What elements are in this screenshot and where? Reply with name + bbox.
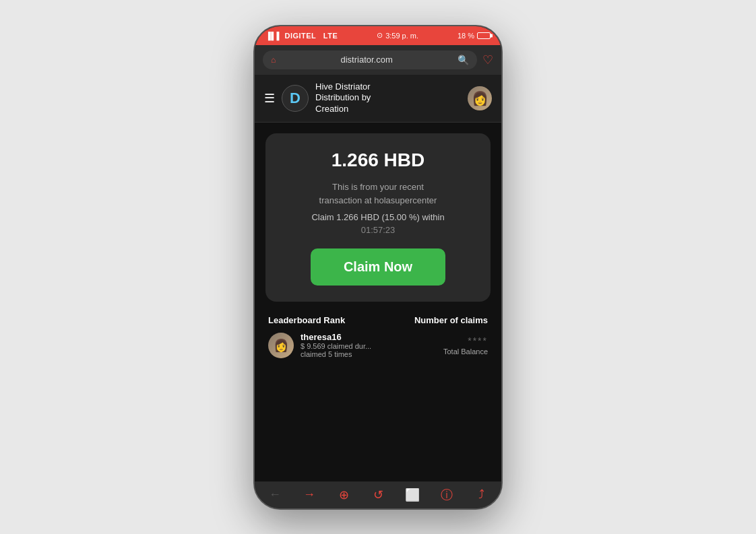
lb-claimed-times: claimed 5 times bbox=[301, 350, 437, 358]
url-text: distriator.com bbox=[280, 55, 453, 65]
leaderboard-header: Leaderboard Rank Number of claims bbox=[268, 315, 488, 325]
hbd-amount: 1.266 HBD bbox=[279, 149, 477, 171]
add-tab-button[interactable]: ⊕ bbox=[333, 488, 354, 502]
main-content: 1.266 HBD This is from your recent trans… bbox=[255, 123, 501, 481]
lb-username: theresa16 bbox=[301, 332, 437, 342]
info-button[interactable]: ⓘ bbox=[436, 487, 458, 503]
transaction-description: This is from your recent transaction at … bbox=[279, 180, 477, 207]
time-display: 3:59 p. m. bbox=[385, 32, 418, 40]
carrier-info: ▐▌▌ DIGITEL LTE bbox=[265, 32, 338, 40]
url-bar-container: ⌂ distriator.com 🔍 ♡ bbox=[255, 45, 501, 75]
browser-bottom-nav: ← → ⊕ ↺ ⬜ ⓘ ⤴ bbox=[255, 481, 501, 508]
lb-user-info: theresa16 $ 9.569 claimed dur... claimed… bbox=[301, 332, 437, 358]
number-of-claims-title: Number of claims bbox=[414, 315, 488, 325]
leaderboard-section: Leaderboard Rank Number of claims 👩 ther… bbox=[265, 315, 491, 358]
battery-percent: 18 % bbox=[458, 32, 474, 40]
app-title: Hive DistriatorDistribution byCreation bbox=[315, 81, 461, 116]
user-avatar[interactable]: 👩 bbox=[468, 86, 492, 110]
app-header: ☰ D Hive DistriatorDistribution byCreati… bbox=[255, 75, 501, 123]
clock-icon: ⊙ bbox=[377, 31, 383, 40]
phone-frame: ▐▌▌ DIGITEL LTE ⊙ 3:59 p. m. 18 % ⌂ dist… bbox=[253, 25, 503, 510]
lb-right-column: **** Total Balance bbox=[443, 335, 488, 356]
logo-letter: D bbox=[290, 90, 301, 107]
claim-detail-text: Claim 1.266 HBD (15.00 %) within bbox=[279, 212, 477, 222]
bookmark-icon[interactable]: ♡ bbox=[482, 53, 493, 67]
carrier-name: DIGITEL bbox=[284, 32, 316, 40]
leaderboard-row: 👩 theresa16 $ 9.569 claimed dur... claim… bbox=[268, 332, 488, 358]
url-bar[interactable]: ⌂ distriator.com 🔍 bbox=[263, 51, 477, 69]
claim-now-button[interactable]: Claim Now bbox=[311, 248, 445, 286]
url-search-icon[interactable]: 🔍 bbox=[458, 55, 469, 65]
status-time: ⊙ 3:59 p. m. bbox=[377, 31, 418, 40]
desc-line1: This is from your recent bbox=[332, 182, 424, 192]
share-button[interactable]: ⤴ bbox=[470, 488, 492, 502]
app-title-text: Hive DistriatorDistribution byCreation bbox=[315, 81, 371, 114]
tablet-view-button[interactable]: ⬜ bbox=[402, 488, 423, 502]
forward-button[interactable]: → bbox=[298, 488, 320, 502]
lb-user-avatar: 👩 bbox=[268, 333, 294, 358]
desc-line2: transaction at holasupercenter bbox=[319, 195, 437, 205]
claim-card: 1.266 HBD This is from your recent trans… bbox=[265, 133, 491, 302]
status-bar: ▐▌▌ DIGITEL LTE ⊙ 3:59 p. m. 18 % bbox=[255, 26, 501, 45]
network-type: LTE bbox=[323, 32, 338, 40]
battery-info: 18 % bbox=[458, 32, 491, 40]
battery-icon bbox=[477, 32, 491, 39]
lb-balance-label: Total Balance bbox=[443, 347, 488, 356]
signal-icon: ▐▌▌ bbox=[265, 32, 282, 40]
lb-stars: **** bbox=[443, 335, 488, 346]
home-icon: ⌂ bbox=[271, 55, 276, 65]
app-logo: D bbox=[282, 85, 309, 112]
lb-amount: $ 9.569 claimed dur... bbox=[301, 342, 437, 350]
back-button[interactable]: ← bbox=[264, 488, 286, 502]
refresh-button[interactable]: ↺ bbox=[367, 488, 389, 502]
leaderboard-rank-title: Leaderboard Rank bbox=[268, 315, 345, 325]
hamburger-menu-icon[interactable]: ☰ bbox=[264, 91, 275, 106]
claim-timer: 01:57:23 bbox=[279, 225, 477, 235]
